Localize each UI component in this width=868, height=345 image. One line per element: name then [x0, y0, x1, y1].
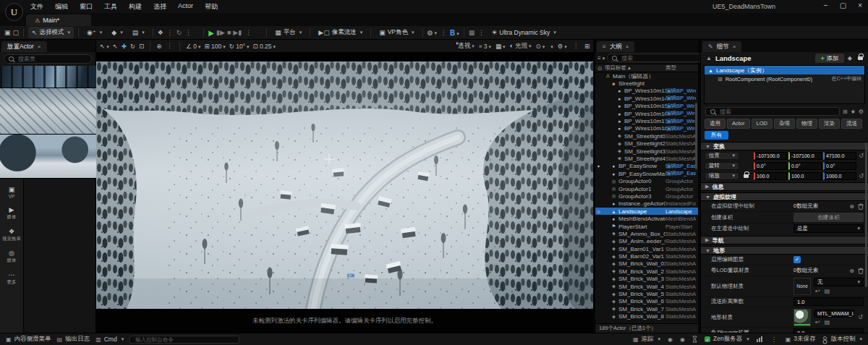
outliner-search[interactable]: [607, 54, 715, 62]
outliner-row[interactable]: ◈ SM_Streetlight01 StaticMeshActor: [595, 132, 698, 140]
brush-dropdown[interactable]: [549, 43, 553, 50]
actor-type[interactable]: StaticMeshActor: [665, 231, 696, 237]
outliner-row[interactable]: ◈ SM_Streetlight4 StaticMeshActor: [595, 155, 698, 162]
add-component-button[interactable]: + 添加: [815, 54, 844, 63]
menu-item[interactable]: Actor: [172, 1, 199, 13]
location-dropdown[interactable]: 位置: [705, 152, 739, 160]
viewport-scene[interactable]: [96, 61, 593, 309]
unsaved-button[interactable]: ▣ 3未保存: [786, 335, 816, 344]
rotate-tool[interactable]: ↻: [130, 43, 135, 50]
outliner-row[interactable]: ⚠ Main（编辑器）: [595, 72, 698, 80]
lit-mode-dropdown[interactable]: ◐ 光照: [510, 42, 532, 51]
play-options-kebab[interactable]: ⋮: [244, 30, 252, 36]
details-filter-chip[interactable]: 杂项: [774, 119, 795, 129]
menu-item[interactable]: 窗口: [74, 1, 98, 13]
outliner-row[interactable]: ◎ GroupActor3 GroupActor: [595, 192, 698, 200]
outliner-row[interactable]: ◈ SM_Anim..eeder_01 StaticMeshActor: [595, 238, 698, 245]
eject-button[interactable]: ▶▮: [233, 29, 242, 36]
actor-type[interactable]: StaticMeshActor: [665, 313, 696, 320]
use-selected-icon[interactable]: ↩: [815, 288, 820, 294]
outliner-row[interactable]: ◎ GroupActor1 GroupActor: [595, 185, 698, 192]
console-input-box[interactable]: [129, 336, 239, 344]
actor-type[interactable]: StaticMeshActor: [665, 291, 696, 297]
menu-item[interactable]: 编辑: [49, 1, 74, 13]
outliner-row[interactable]: ◈ SM_Streetlight3 StaticMeshActor: [595, 148, 698, 155]
actor-type[interactable]: StaticMeshActor: [665, 156, 696, 162]
actor-type[interactable]: StaticMeshActor: [665, 246, 696, 252]
perspective-dropdown[interactable]: 透视: [456, 42, 475, 51]
section-navigation[interactable]: ▶ 导航: [701, 236, 868, 244]
scale-y-field[interactable]: 100.0: [788, 172, 822, 180]
scale-tool[interactable]: ⊡: [139, 43, 144, 50]
viewport-mode-dropdown[interactable]: ↖: [100, 43, 109, 50]
outliner-row[interactable]: ● BP_Wires10m13 编辑BP_Wires10m: [595, 88, 698, 95]
vp-role-dropdown[interactable]: ▣ VP角色: [375, 27, 417, 38]
scene-thumbnail-3[interactable]: [0, 135, 96, 179]
actor-type[interactable]: 编辑BP_EasySnow: [665, 170, 696, 177]
browse-icon[interactable]: ▤: [825, 319, 830, 325]
row-state-icon[interactable]: ⊙: [595, 209, 602, 214]
outliner-row[interactable]: ◈ SM_Brick_Wall_01 StaticMeshActor: [595, 260, 698, 268]
menu-item[interactable]: 构建: [123, 1, 148, 13]
close-icon[interactable]: ×: [626, 43, 629, 50]
category-strip-item[interactable]: ◎ 媒体: [0, 250, 23, 264]
reset-material-button[interactable]: ↺: [857, 314, 864, 320]
section-virtual-texture[interactable]: ▼ 虚拟纹理: [701, 192, 868, 201]
rotation-dropdown[interactable]: 旋转: [705, 162, 739, 170]
menu-item[interactable]: 文件: [25, 1, 49, 13]
outliner-row[interactable]: ◈ SM_Brick_Wall_4 StaticMeshActor: [595, 283, 698, 290]
actor-type[interactable]: 编辑BP_Wires10m: [665, 103, 696, 110]
stage-monitor-kebab[interactable]: ⋮: [439, 30, 448, 36]
platforms-dropdown[interactable]: ▦ 平台: [271, 27, 305, 38]
place-actors-search[interactable]: [4, 54, 92, 64]
actor-type[interactable]: StaticMeshActor: [665, 276, 696, 282]
show-flags-dropdown[interactable]: ⊙: [536, 43, 545, 50]
save-icon[interactable]: ▣: [4, 29, 11, 36]
row-state-icon[interactable]: ▾: [595, 163, 602, 169]
details-filter-chip[interactable]: LOD: [752, 119, 773, 129]
outliner-row[interactable]: ◈ SM_Barn01_Var1 StaticMeshActor: [595, 245, 698, 252]
unreal-logo-icon[interactable]: U: [5, 3, 23, 21]
select-tool[interactable]: ↖: [113, 43, 118, 50]
output-log-button[interactable]: ▤ 输出日志: [57, 335, 90, 344]
component-row-root[interactable]: ⊞ RootComponent (RootComponent0) 在C++中编辑: [705, 74, 864, 83]
outliner-row[interactable]: ● Instance..geActor0 InstancedFolia: [595, 200, 698, 208]
outliner-row[interactable]: ⚑ PlayerStart PlayerStart: [595, 223, 698, 230]
actor-type[interactable]: StaticMeshActor: [665, 298, 696, 304]
scene-thumbnail-1[interactable]: [0, 66, 96, 88]
browse-icon[interactable]: ▤: [825, 288, 830, 294]
surface-snap-dropdown[interactable]: ∠ 0: [186, 43, 200, 50]
preview-dropdown[interactable]: ▦: [495, 43, 506, 50]
details-filter-chip[interactable]: 流送: [841, 119, 862, 129]
actor-type[interactable]: MeshBlendA: [665, 216, 696, 222]
outliner-row[interactable]: ◈ SM_Brick_Wall_8 StaticMeshActor: [595, 313, 698, 320]
close-icon[interactable]: ×: [38, 43, 41, 50]
move-tool[interactable]: ✚: [122, 43, 127, 50]
outliner-row[interactable]: ◈ SM_Brick_Wall_7 StaticMeshActor: [595, 305, 698, 312]
actor-type[interactable]: StaticMeshActor: [665, 238, 696, 244]
render-kebab[interactable]: ⋮: [477, 30, 485, 36]
camera-capture-icon[interactable]: ◉: [680, 336, 685, 343]
outliner-row[interactable]: ◈ SM_Streetlight2 StaticMeshActor: [595, 140, 698, 148]
rotation-snap-dropdown[interactable]: ↻ 10°: [229, 43, 250, 50]
actor-type[interactable]: GroupActor: [665, 186, 696, 192]
category-strip-item[interactable]: ▣ VP: [0, 186, 23, 199]
search-input[interactable]: [620, 54, 702, 62]
rotation-x-field[interactable]: 0.0°: [754, 162, 787, 170]
compile-options-kebab[interactable]: ⋮: [184, 30, 192, 36]
close-button[interactable]: ×: [858, 1, 862, 9]
menu-item[interactable]: 帮助: [199, 1, 224, 13]
trace-dropdown[interactable]: ▦ 追踪: [633, 335, 660, 344]
section-transform[interactable]: ▼ 变换: [701, 142, 868, 150]
outliner-row[interactable]: ◈ SM_Brick_Wall_5 StaticMeshActor: [595, 290, 698, 297]
main-pass-dropdown[interactable]: 总是: [793, 224, 864, 233]
category-strip-item[interactable]: ⋯ 更多: [0, 271, 23, 286]
actor-type[interactable]: StaticMeshActor: [665, 253, 696, 260]
rotation-z-field[interactable]: 0.0°: [823, 162, 856, 170]
favorites-icon[interactable]: ★: [851, 108, 856, 115]
view-options-icon[interactable]: ⊞: [843, 108, 848, 115]
actor-type[interactable]: StaticMeshActor: [665, 268, 696, 275]
lock-icon[interactable]: [858, 56, 863, 60]
console-input[interactable]: [134, 336, 235, 344]
actor-type[interactable]: 编辑BP_Wires10m: [665, 95, 696, 102]
